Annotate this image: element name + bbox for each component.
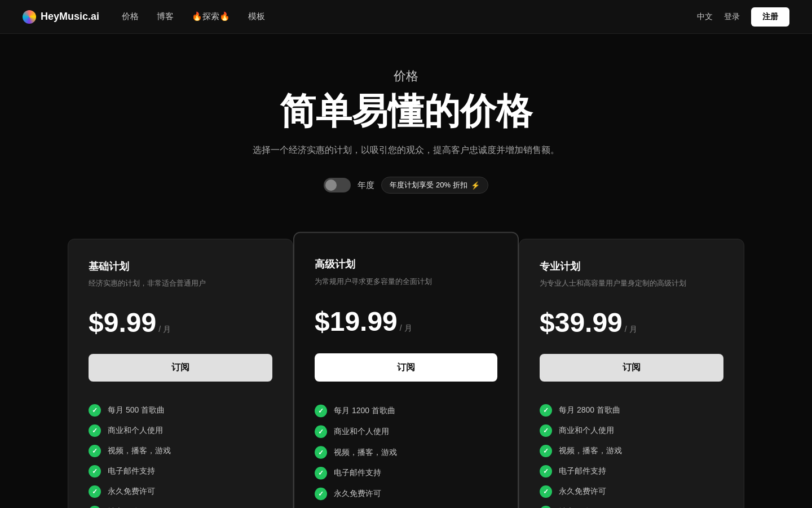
feature-basic-1: 商业和个人使用 <box>89 424 272 437</box>
feature-adv-0: 每月 1200 首歌曲 <box>315 405 497 417</box>
nav-link-blog[interactable]: 博客 <box>157 11 174 22</box>
billing-toggle[interactable] <box>324 178 351 192</box>
feature-adv-2: 视频，播客，游戏 <box>315 446 497 458</box>
feature-adv-1: 商业和个人使用 <box>315 425 497 437</box>
price-row-pro: $39.99 / 月 <box>540 307 723 338</box>
subscribe-button-basic[interactable]: 订阅 <box>89 354 272 382</box>
feature-pro-0: 每月 2800 首歌曲 <box>540 404 723 417</box>
billing-toggle-label: 年度 <box>358 180 374 191</box>
feature-basic-5: 社交媒体 <box>89 506 272 508</box>
toggle-knob <box>325 179 337 191</box>
logo-icon <box>23 10 36 24</box>
price-period-basic: / 月 <box>158 325 171 335</box>
price-period-advanced: / 月 <box>400 323 412 334</box>
plan-desc-advanced: 为常规用户寻求更多容量的全面计划 <box>315 276 497 287</box>
nav-link-explore[interactable]: 🔥探索🔥 <box>192 11 230 22</box>
plan-title-pro: 专业计划 <box>540 260 723 273</box>
hero-subtitle: 价格 <box>23 68 789 85</box>
feature-basic-3: 电子邮件支持 <box>89 465 272 478</box>
price-amount-pro: $39.99 <box>540 307 623 338</box>
hero-section: 价格 简单易懂的价格 选择一个经济实惠的计划，以吸引您的观众，提高客户忠诚度并增… <box>0 34 812 239</box>
check-icon <box>315 488 327 500</box>
feature-pro-1: 商业和个人使用 <box>540 424 723 437</box>
feature-basic-4: 永久免费许可 <box>89 485 272 498</box>
check-icon <box>540 424 552 437</box>
check-icon <box>540 445 552 457</box>
features-list-advanced: 每月 1200 首歌曲 商业和个人使用 视频，播客，游戏 电子邮件支持 永久免费… <box>315 405 497 508</box>
check-icon <box>540 465 552 478</box>
check-icon <box>540 506 552 508</box>
price-amount-advanced: $19.99 <box>315 305 398 337</box>
nav-links: 价格 博客 🔥探索🔥 模板 <box>122 11 697 22</box>
hero-title: 简单易懂的价格 <box>23 91 789 131</box>
logo[interactable]: HeyMusic.ai <box>23 10 99 24</box>
plan-desc-pro: 为专业人士和高容量用户量身定制的高级计划 <box>540 278 723 289</box>
features-list-pro: 每月 2800 首歌曲 商业和个人使用 视频，播客，游戏 电子邮件支持 永久免费… <box>540 404 723 508</box>
feature-pro-3: 电子邮件支持 <box>540 465 723 478</box>
nav-link-price[interactable]: 价格 <box>122 11 139 22</box>
discount-badge: 年度计划享受 20% 折扣 ⚡ <box>381 177 488 194</box>
check-icon <box>315 467 327 479</box>
subscribe-button-advanced[interactable]: 订阅 <box>315 353 497 382</box>
plan-card-advanced: 高级计划 为常规用户寻求更多容量的全面计划 $19.99 / 月 订阅 每月 1… <box>293 232 519 508</box>
feature-basic-2: 视频，播客，游戏 <box>89 445 272 457</box>
check-icon <box>89 465 101 478</box>
check-icon <box>89 485 101 498</box>
check-icon <box>89 445 101 457</box>
plan-title-basic: 基础计划 <box>89 260 272 273</box>
lang-switcher[interactable]: 中文 <box>697 12 713 22</box>
login-link[interactable]: 登录 <box>724 12 740 22</box>
check-icon <box>89 404 101 417</box>
feature-pro-2: 视频，播客，游戏 <box>540 445 723 457</box>
feature-pro-4: 永久免费许可 <box>540 485 723 498</box>
check-icon <box>315 446 327 458</box>
logo-text: HeyMusic.ai <box>41 11 99 23</box>
check-icon <box>540 404 552 417</box>
navbar: HeyMusic.ai 价格 博客 🔥探索🔥 模板 中文 登录 注册 <box>0 0 812 34</box>
subscribe-button-pro[interactable]: 订阅 <box>540 354 723 382</box>
check-icon <box>315 405 327 417</box>
price-row-advanced: $19.99 / 月 <box>315 305 497 337</box>
plan-card-pro: 专业计划 为专业人士和高容量用户量身定制的高级计划 $39.99 / 月 订阅 … <box>519 239 744 508</box>
check-icon <box>315 425 327 437</box>
discount-text: 年度计划享受 20% 折扣 <box>390 180 467 190</box>
plan-card-basic: 基础计划 经济实惠的计划，非常适合普通用户 $9.99 / 月 订阅 每月 50… <box>68 239 293 508</box>
price-amount-basic: $9.99 <box>89 307 156 338</box>
register-button[interactable]: 注册 <box>751 7 789 27</box>
feature-basic-0: 每月 500 首歌曲 <box>89 404 272 417</box>
feature-pro-5: 社交媒体 <box>540 506 723 508</box>
features-list-basic: 每月 500 首歌曲 商业和个人使用 视频，播客，游戏 电子邮件支持 永久免费许… <box>89 404 272 508</box>
feature-adv-4: 永久免费许可 <box>315 488 497 500</box>
billing-toggle-row: 年度 年度计划享受 20% 折扣 ⚡ <box>23 177 789 194</box>
nav-right: 中文 登录 注册 <box>697 7 789 27</box>
check-icon <box>89 424 101 437</box>
price-row-basic: $9.99 / 月 <box>89 307 272 338</box>
feature-adv-3: 电子邮件支持 <box>315 467 497 479</box>
plan-desc-basic: 经济实惠的计划，非常适合普通用户 <box>89 278 272 289</box>
price-period-pro: / 月 <box>625 325 637 335</box>
plan-title-advanced: 高级计划 <box>315 257 497 271</box>
lightning-icon: ⚡ <box>471 181 480 190</box>
hero-desc: 选择一个经济实惠的计划，以吸引您的观众，提高客户忠诚度并增加销售额。 <box>23 144 789 156</box>
check-icon <box>540 485 552 498</box>
nav-link-template[interactable]: 模板 <box>248 11 265 22</box>
check-icon <box>89 506 101 508</box>
pricing-cards: 基础计划 经济实惠的计划，非常适合普通用户 $9.99 / 月 订阅 每月 50… <box>0 239 812 508</box>
